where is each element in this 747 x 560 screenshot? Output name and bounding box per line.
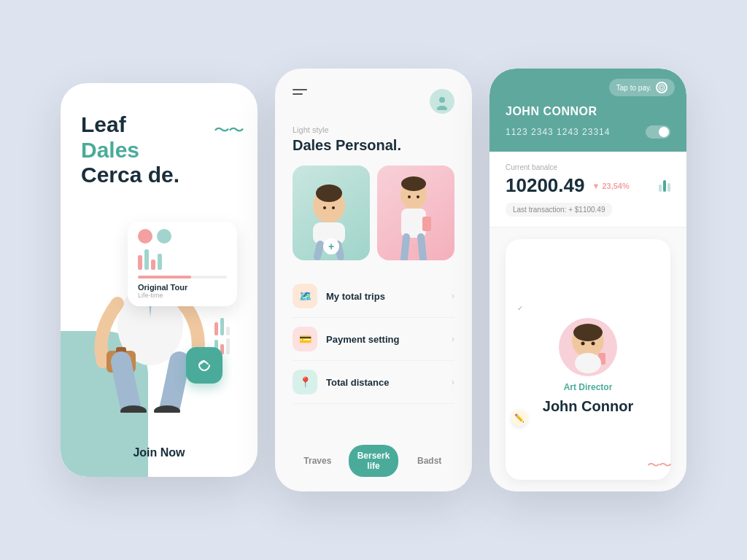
trips-icon: 🗺️ [293, 284, 317, 308]
phone2-header [275, 69, 472, 125]
svg-point-26 [573, 324, 603, 341]
wavy-decoration-3: 〜〜 [647, 456, 670, 474]
tap-label: Tap to pay. [616, 84, 651, 92]
tap-to-pay[interactable]: Tap to pay. [609, 79, 675, 96]
progress-fill [138, 276, 191, 279]
phone-3: Tap to pay. JOHN CONNOR 1123 2343 1243 2… [489, 69, 686, 491]
tab-badst[interactable]: Badst [404, 445, 454, 477]
payment-chevron: › [452, 334, 454, 344]
profile-card-label: ✓ [517, 304, 523, 312]
card-holder-name: JOHN CONNOR [506, 105, 670, 118]
hamburger-line1 [293, 89, 307, 90]
image-cards: + ♡ [275, 166, 472, 275]
svg-rect-22 [422, 217, 431, 231]
svg-point-30 [575, 353, 601, 373]
credit-card: Tap to pay. JOHN CONNOR 1123 2343 1243 2… [489, 69, 686, 152]
img-card-2[interactable]: ♡ [377, 166, 454, 260]
phones-container: 〜〜 Leaf Dales Cerca de. [46, 39, 701, 521]
card-label: Original Tour [138, 283, 227, 292]
phone2-title: Dales Personal. [275, 137, 472, 166]
svg-point-10 [439, 97, 445, 103]
menu-item-trips[interactable]: 🗺️ My total trips › [293, 275, 454, 318]
svg-point-19 [408, 195, 411, 198]
cb2 [220, 318, 224, 335]
progress-bar [138, 276, 227, 279]
phone-1: 〜〜 Leaf Dales Cerca de. [61, 83, 258, 477]
balance-amount: 10200.49 [506, 174, 584, 197]
svg-point-14 [323, 206, 326, 209]
phone2-subtitle: Light style [275, 125, 472, 137]
phone1-content: Original Tour Life-time [81, 200, 237, 457]
user-avatar[interactable] [430, 89, 454, 114]
toggle-knob [659, 127, 669, 137]
svg-point-20 [417, 195, 419, 198]
hamburger-line2 [293, 93, 303, 95]
cb1 [214, 322, 218, 335]
hamburger-menu[interactable] [293, 89, 307, 95]
balance-row: 10200.49 ▼ 23,54% [506, 174, 670, 197]
fingerprint-icon [656, 82, 667, 93]
payment-label: Payment setting [326, 334, 443, 345]
title-line1: Leaf [81, 112, 237, 138]
title-line2: Dales [81, 138, 237, 163]
distance-icon: 📍 [293, 370, 317, 394]
svg-point-24 [660, 86, 663, 89]
svg-rect-21 [401, 209, 426, 238]
distance-chevron: › [452, 377, 454, 387]
trips-label: My total trips [326, 291, 443, 302]
bar2 [144, 249, 149, 270]
bottom-tabs: Traves Berserk life Badst [275, 433, 472, 491]
chart-group-1 [214, 318, 230, 335]
balance-change: ▼ 23,54% [592, 182, 629, 190]
svg-point-18 [401, 176, 426, 191]
tooltip-icons [138, 229, 227, 244]
card-toggle[interactable] [646, 125, 670, 139]
profile-title: Art Director [564, 382, 613, 392]
bar-chart-icon [659, 180, 670, 192]
distance-label: Total distance [326, 377, 443, 388]
card-plus-icon[interactable]: + [323, 238, 339, 254]
green-action-button[interactable] [186, 347, 222, 384]
svg-point-13 [316, 184, 342, 202]
bar3 [151, 260, 155, 270]
cb6 [226, 338, 230, 354]
cb3 [226, 327, 230, 335]
svg-point-15 [332, 206, 335, 209]
bar-row [138, 249, 227, 270]
svg-point-23 [659, 85, 665, 90]
icon-pink [138, 229, 152, 244]
join-now-label[interactable]: Join Now [61, 446, 258, 459]
card-heart-icon: ♡ [411, 243, 421, 254]
profile-avatar [559, 318, 617, 376]
title-section: Leaf Dales Cerca de. [81, 112, 237, 188]
payment-icon: 💳 [293, 327, 317, 351]
menu-items: 🗺️ My total trips › 💳 Payment setting › … [275, 275, 472, 433]
card-number: 1123 2343 1243 23314 [506, 127, 610, 137]
img-card-1[interactable]: + [293, 166, 370, 260]
balance-label: Current banalce [506, 163, 670, 171]
trips-chevron: › [452, 291, 454, 301]
edit-icon[interactable]: ✏️ [511, 410, 527, 426]
menu-item-payment[interactable]: 💳 Payment setting › [293, 318, 454, 361]
card-tooltip: Original Tour Life-time [128, 222, 237, 306]
tab-berserk[interactable]: Berserk life [349, 445, 399, 477]
card-number-row: 1123 2343 1243 23314 [506, 125, 670, 139]
card-sublabel: Life-time [138, 292, 227, 299]
phone-2: Light style Dales Personal. + [275, 69, 472, 491]
title-line3: Cerca de. [81, 163, 237, 188]
last-transaction: Last transaction: + $1100.49 [506, 203, 612, 217]
balance-section: Current banalce 10200.49 ▼ 23,54% Last t… [489, 152, 686, 228]
bar1 [138, 255, 142, 270]
tab-traves[interactable]: Traves [293, 445, 343, 477]
profile-card: ✓ ✏️ Art Director John Connor [506, 239, 670, 480]
svg-point-28 [592, 342, 595, 346]
icon-teal [157, 229, 171, 244]
menu-item-distance[interactable]: 📍 Total distance › [293, 361, 454, 404]
profile-name: John Connor [543, 398, 633, 415]
svg-point-27 [581, 342, 585, 346]
svg-point-11 [437, 106, 447, 110]
bar4 [158, 254, 162, 270]
